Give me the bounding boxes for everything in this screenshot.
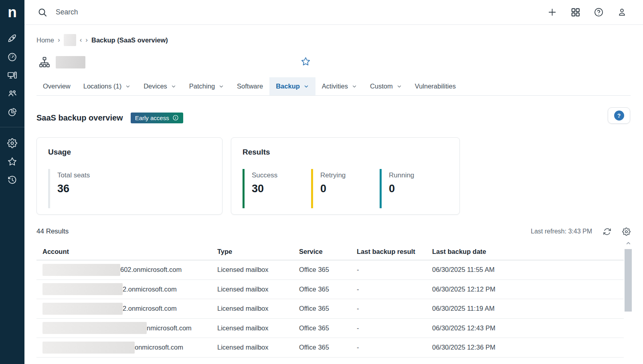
table-row[interactable]: 602.onmicrosoft.com Licensed mailbox Off… <box>36 260 624 280</box>
user-menu-button[interactable] <box>617 7 627 17</box>
scrollbar-chevron-up-icon[interactable] <box>625 239 632 247</box>
results-count: 44 Results <box>36 227 69 235</box>
stat-running: Running 0 <box>380 169 448 208</box>
search-input[interactable] <box>56 8 224 16</box>
table-row[interactable]: onmicrosoft.com Licensed mailbox Office … <box>36 338 624 358</box>
stat-value: 0 <box>320 183 380 195</box>
account-cell: 2.onmicrosoft.com <box>36 303 217 315</box>
breadcrumb-home-link[interactable]: Home <box>36 36 54 44</box>
sidebar-item-recent[interactable] <box>0 171 24 189</box>
account-cell: onmicrosoft.com <box>36 342 217 354</box>
chevron-down-icon <box>396 84 402 89</box>
last-backup-result-cell: - <box>357 286 432 293</box>
sidebar-item-dashboard[interactable] <box>0 48 24 66</box>
add-button[interactable] <box>547 7 557 17</box>
page-help-button[interactable]: ? <box>608 107 630 124</box>
tab-activities[interactable]: Activities <box>315 77 364 95</box>
last-backup-result-cell: - <box>357 344 432 351</box>
table-row[interactable]: 2.onmicrosoft.com Licensed mailbox Offic… <box>36 299 624 319</box>
organization-header <box>36 56 631 68</box>
account-suffix: nmicrosoft.com <box>147 324 192 332</box>
breadcrumb-redacted-org <box>64 34 76 46</box>
sidebar-item-administration[interactable] <box>0 134 24 152</box>
service-cell: Office 365 <box>299 324 357 332</box>
tab-label: Vulnerabilities <box>415 82 456 90</box>
last-backup-date-cell: 06/30/2025 12:36 PM <box>432 344 624 351</box>
main-content: Home › ‹ › Backup (SaaS overview) <box>24 25 643 364</box>
sidebar-divider <box>0 127 24 127</box>
account-suffix: 602.onmicrosoft.com <box>120 266 182 274</box>
org-hierarchy-icon <box>38 56 51 68</box>
last-backup-result-cell: - <box>357 266 432 274</box>
history-icon <box>7 175 17 185</box>
last-backup-date-cell: 06/30/2025 12:12 PM <box>432 286 624 293</box>
stat-value: 0 <box>389 183 448 195</box>
sidebar-item-devices[interactable] <box>0 66 24 84</box>
favorite-star-icon[interactable] <box>301 56 311 66</box>
account-cell: nmicrosoft.com <box>36 322 217 334</box>
account-redacted-blob <box>42 264 120 276</box>
column-header-service[interactable]: Service <box>299 248 357 255</box>
dashboard-gauge-icon <box>7 52 17 62</box>
tab-label: Custom <box>370 82 393 90</box>
sidebar-item-getting-started[interactable] <box>0 29 24 48</box>
plus-icon <box>547 7 557 17</box>
chevron-down-icon <box>171 84 176 89</box>
sidebar-item-end-users[interactable] <box>0 84 24 103</box>
tab-label: Backup <box>276 82 300 90</box>
refresh-icon[interactable] <box>603 227 611 236</box>
service-cell: Office 365 <box>299 266 357 274</box>
star-icon <box>7 157 17 167</box>
column-header-last-backup-date[interactable]: Last backup date <box>432 248 624 255</box>
help-button[interactable] <box>594 7 604 17</box>
stat-success: Success 30 <box>243 169 311 208</box>
tab-label: Overview <box>43 82 71 90</box>
tab-overview[interactable]: Overview <box>36 77 77 95</box>
last-backup-result-cell: - <box>357 305 432 312</box>
tab-label: Locations (1) <box>83 82 121 90</box>
brand-logo[interactable]: n <box>8 5 17 20</box>
org-name-redacted <box>56 56 85 68</box>
stat-retrying: Retrying 0 <box>311 169 380 208</box>
column-header-account[interactable]: Account <box>36 248 217 255</box>
tab-patching[interactable]: Patching <box>183 77 231 95</box>
chevron-down-icon <box>125 84 131 89</box>
sidebar-item-favorites[interactable] <box>0 152 24 171</box>
tab-locations[interactable]: Locations (1) <box>77 77 137 95</box>
table-scrollbar <box>625 239 632 364</box>
apps-button[interactable] <box>570 7 580 17</box>
column-header-last-backup-result[interactable]: Last backup result <box>357 248 432 255</box>
account-cell: 602.onmicrosoft.com <box>36 264 217 276</box>
scrollbar-thumb[interactable] <box>625 249 632 312</box>
table-settings-gear-icon[interactable] <box>622 227 631 236</box>
type-cell: Licensed mailbox <box>217 324 299 332</box>
table-header-row: Account Type Service Last backup result … <box>36 243 624 260</box>
table-row[interactable]: 2.onmicrosoft.com Licensed mailbox Offic… <box>36 280 624 300</box>
tab-vulnerabilities[interactable]: Vulnerabilities <box>408 77 462 95</box>
tab-devices[interactable]: Devices <box>137 77 183 95</box>
user-icon <box>617 7 627 17</box>
last-backup-date-cell: 06/30/2025 11:55 AM <box>432 266 624 274</box>
page-header: SaaS backup overview Early access ? <box>36 109 631 126</box>
account-suffix: onmicrosoft.com <box>135 344 183 351</box>
column-header-type[interactable]: Type <box>217 248 299 255</box>
stat-label: Running <box>389 171 448 179</box>
tab-backup[interactable]: Backup <box>269 77 315 95</box>
chevron-down-icon <box>352 84 357 89</box>
breadcrumb-separator: › <box>85 36 88 44</box>
account-redacted-blob <box>42 342 135 354</box>
early-access-label: Early access <box>135 115 169 121</box>
table-row[interactable]: nmicrosoft.com Licensed mailbox Office 3… <box>36 319 624 338</box>
type-cell: Licensed mailbox <box>217 305 299 312</box>
help-circle-icon <box>594 7 604 17</box>
usage-card: Usage Total seats 36 <box>36 137 222 215</box>
breadcrumb-current-page: Backup (SaaS overview) <box>91 36 168 44</box>
tab-custom[interactable]: Custom <box>364 77 408 95</box>
account-suffix: 2.onmicrosoft.com <box>123 305 177 312</box>
tab-label: Patching <box>189 82 215 90</box>
last-backup-result-cell: - <box>357 324 432 332</box>
info-circle-icon[interactable] <box>172 115 179 121</box>
app-screen: n <box>0 0 643 364</box>
tab-software[interactable]: Software <box>231 77 269 95</box>
sidebar-item-reports[interactable] <box>0 103 24 121</box>
